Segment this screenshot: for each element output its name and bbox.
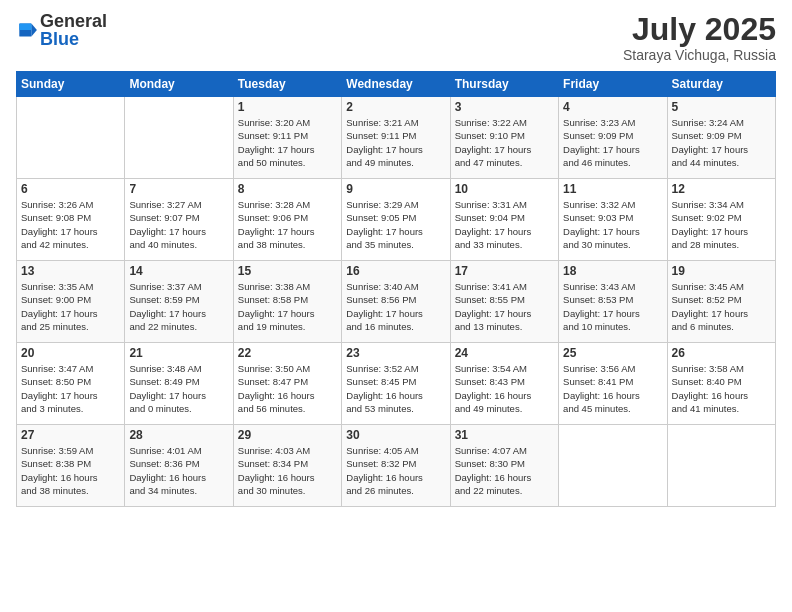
- day-number: 18: [563, 264, 662, 278]
- week-row-1: 1Sunrise: 3:20 AM Sunset: 9:11 PM Daylig…: [17, 97, 776, 179]
- month-year: July 2025: [623, 12, 776, 47]
- calendar-cell: 31Sunrise: 4:07 AM Sunset: 8:30 PM Dayli…: [450, 425, 558, 507]
- calendar-cell: [667, 425, 775, 507]
- calendar-cell: 2Sunrise: 3:21 AM Sunset: 9:11 PM Daylig…: [342, 97, 450, 179]
- day-info: Sunrise: 3:27 AM Sunset: 9:07 PM Dayligh…: [129, 198, 228, 251]
- calendar-cell: 25Sunrise: 3:56 AM Sunset: 8:41 PM Dayli…: [559, 343, 667, 425]
- col-tuesday: Tuesday: [233, 72, 341, 97]
- day-number: 29: [238, 428, 337, 442]
- day-info: Sunrise: 3:54 AM Sunset: 8:43 PM Dayligh…: [455, 362, 554, 415]
- day-info: Sunrise: 4:05 AM Sunset: 8:32 PM Dayligh…: [346, 444, 445, 497]
- day-info: Sunrise: 3:26 AM Sunset: 9:08 PM Dayligh…: [21, 198, 120, 251]
- calendar-cell: 9Sunrise: 3:29 AM Sunset: 9:05 PM Daylig…: [342, 179, 450, 261]
- calendar-cell: 14Sunrise: 3:37 AM Sunset: 8:59 PM Dayli…: [125, 261, 233, 343]
- calendar-cell: 24Sunrise: 3:54 AM Sunset: 8:43 PM Dayli…: [450, 343, 558, 425]
- calendar-cell: 21Sunrise: 3:48 AM Sunset: 8:49 PM Dayli…: [125, 343, 233, 425]
- day-number: 21: [129, 346, 228, 360]
- day-info: Sunrise: 3:24 AM Sunset: 9:09 PM Dayligh…: [672, 116, 771, 169]
- day-number: 1: [238, 100, 337, 114]
- calendar-cell: 6Sunrise: 3:26 AM Sunset: 9:08 PM Daylig…: [17, 179, 125, 261]
- calendar-cell: [17, 97, 125, 179]
- calendar-cell: 13Sunrise: 3:35 AM Sunset: 9:00 PM Dayli…: [17, 261, 125, 343]
- calendar-cell: 18Sunrise: 3:43 AM Sunset: 8:53 PM Dayli…: [559, 261, 667, 343]
- calendar-cell: 10Sunrise: 3:31 AM Sunset: 9:04 PM Dayli…: [450, 179, 558, 261]
- day-number: 6: [21, 182, 120, 196]
- logo-text: General Blue: [40, 12, 107, 48]
- day-info: Sunrise: 3:35 AM Sunset: 9:00 PM Dayligh…: [21, 280, 120, 333]
- day-info: Sunrise: 3:40 AM Sunset: 8:56 PM Dayligh…: [346, 280, 445, 333]
- calendar-cell: 30Sunrise: 4:05 AM Sunset: 8:32 PM Dayli…: [342, 425, 450, 507]
- calendar-cell: 16Sunrise: 3:40 AM Sunset: 8:56 PM Dayli…: [342, 261, 450, 343]
- day-number: 14: [129, 264, 228, 278]
- day-number: 10: [455, 182, 554, 196]
- day-number: 31: [455, 428, 554, 442]
- calendar-cell: 7Sunrise: 3:27 AM Sunset: 9:07 PM Daylig…: [125, 179, 233, 261]
- day-info: Sunrise: 3:52 AM Sunset: 8:45 PM Dayligh…: [346, 362, 445, 415]
- day-number: 25: [563, 346, 662, 360]
- day-number: 5: [672, 100, 771, 114]
- calendar-cell: 19Sunrise: 3:45 AM Sunset: 8:52 PM Dayli…: [667, 261, 775, 343]
- day-info: Sunrise: 3:48 AM Sunset: 8:49 PM Dayligh…: [129, 362, 228, 415]
- day-number: 26: [672, 346, 771, 360]
- day-info: Sunrise: 3:50 AM Sunset: 8:47 PM Dayligh…: [238, 362, 337, 415]
- calendar-cell: [559, 425, 667, 507]
- day-info: Sunrise: 3:32 AM Sunset: 9:03 PM Dayligh…: [563, 198, 662, 251]
- col-wednesday: Wednesday: [342, 72, 450, 97]
- calendar-cell: 23Sunrise: 3:52 AM Sunset: 8:45 PM Dayli…: [342, 343, 450, 425]
- logo-icon: [16, 19, 38, 41]
- day-info: Sunrise: 3:38 AM Sunset: 8:58 PM Dayligh…: [238, 280, 337, 333]
- week-row-3: 13Sunrise: 3:35 AM Sunset: 9:00 PM Dayli…: [17, 261, 776, 343]
- calendar-cell: 17Sunrise: 3:41 AM Sunset: 8:55 PM Dayli…: [450, 261, 558, 343]
- day-number: 4: [563, 100, 662, 114]
- day-number: 11: [563, 182, 662, 196]
- calendar-cell: 29Sunrise: 4:03 AM Sunset: 8:34 PM Dayli…: [233, 425, 341, 507]
- header-row: Sunday Monday Tuesday Wednesday Thursday…: [17, 72, 776, 97]
- calendar-table: Sunday Monday Tuesday Wednesday Thursday…: [16, 71, 776, 507]
- col-friday: Friday: [559, 72, 667, 97]
- day-number: 8: [238, 182, 337, 196]
- day-number: 24: [455, 346, 554, 360]
- day-info: Sunrise: 3:56 AM Sunset: 8:41 PM Dayligh…: [563, 362, 662, 415]
- day-info: Sunrise: 3:37 AM Sunset: 8:59 PM Dayligh…: [129, 280, 228, 333]
- calendar-cell: 22Sunrise: 3:50 AM Sunset: 8:47 PM Dayli…: [233, 343, 341, 425]
- calendar-cell: 1Sunrise: 3:20 AM Sunset: 9:11 PM Daylig…: [233, 97, 341, 179]
- day-number: 27: [21, 428, 120, 442]
- day-number: 30: [346, 428, 445, 442]
- day-info: Sunrise: 3:29 AM Sunset: 9:05 PM Dayligh…: [346, 198, 445, 251]
- day-number: 12: [672, 182, 771, 196]
- day-number: 9: [346, 182, 445, 196]
- col-monday: Monday: [125, 72, 233, 97]
- day-info: Sunrise: 3:47 AM Sunset: 8:50 PM Dayligh…: [21, 362, 120, 415]
- day-info: Sunrise: 3:58 AM Sunset: 8:40 PM Dayligh…: [672, 362, 771, 415]
- logo: General Blue: [16, 12, 107, 48]
- day-info: Sunrise: 3:23 AM Sunset: 9:09 PM Dayligh…: [563, 116, 662, 169]
- day-number: 15: [238, 264, 337, 278]
- week-row-4: 20Sunrise: 3:47 AM Sunset: 8:50 PM Dayli…: [17, 343, 776, 425]
- week-row-5: 27Sunrise: 3:59 AM Sunset: 8:38 PM Dayli…: [17, 425, 776, 507]
- location: Staraya Vichuga, Russia: [623, 47, 776, 63]
- calendar-cell: 3Sunrise: 3:22 AM Sunset: 9:10 PM Daylig…: [450, 97, 558, 179]
- header: General Blue July 2025 Staraya Vichuga, …: [16, 12, 776, 63]
- day-info: Sunrise: 4:03 AM Sunset: 8:34 PM Dayligh…: [238, 444, 337, 497]
- day-info: Sunrise: 3:59 AM Sunset: 8:38 PM Dayligh…: [21, 444, 120, 497]
- day-info: Sunrise: 3:45 AM Sunset: 8:52 PM Dayligh…: [672, 280, 771, 333]
- day-info: Sunrise: 3:31 AM Sunset: 9:04 PM Dayligh…: [455, 198, 554, 251]
- day-number: 17: [455, 264, 554, 278]
- col-sunday: Sunday: [17, 72, 125, 97]
- day-info: Sunrise: 3:41 AM Sunset: 8:55 PM Dayligh…: [455, 280, 554, 333]
- col-saturday: Saturday: [667, 72, 775, 97]
- week-row-2: 6Sunrise: 3:26 AM Sunset: 9:08 PM Daylig…: [17, 179, 776, 261]
- calendar-cell: 5Sunrise: 3:24 AM Sunset: 9:09 PM Daylig…: [667, 97, 775, 179]
- day-number: 2: [346, 100, 445, 114]
- page: General Blue July 2025 Staraya Vichuga, …: [0, 0, 792, 612]
- calendar-cell: 20Sunrise: 3:47 AM Sunset: 8:50 PM Dayli…: [17, 343, 125, 425]
- day-number: 28: [129, 428, 228, 442]
- day-number: 19: [672, 264, 771, 278]
- day-info: Sunrise: 4:01 AM Sunset: 8:36 PM Dayligh…: [129, 444, 228, 497]
- day-number: 16: [346, 264, 445, 278]
- day-info: Sunrise: 3:20 AM Sunset: 9:11 PM Dayligh…: [238, 116, 337, 169]
- calendar-cell: 8Sunrise: 3:28 AM Sunset: 9:06 PM Daylig…: [233, 179, 341, 261]
- day-info: Sunrise: 3:34 AM Sunset: 9:02 PM Dayligh…: [672, 198, 771, 251]
- svg-rect-2: [19, 23, 31, 30]
- title-block: July 2025 Staraya Vichuga, Russia: [623, 12, 776, 63]
